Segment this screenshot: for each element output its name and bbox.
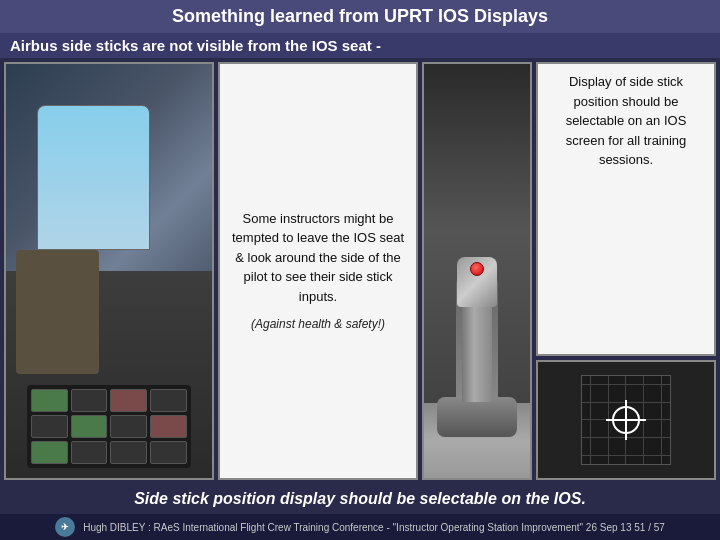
cockpit-window: [37, 105, 150, 250]
subtitle-text: Airbus side sticks are not visible from …: [10, 37, 381, 54]
cockpit-panel: [27, 385, 192, 468]
crosshair-indicator: [612, 406, 640, 434]
panel-item: [71, 441, 108, 464]
stick-top: [457, 257, 497, 307]
panel-item: [31, 389, 68, 412]
slide-subtitle: Airbus side sticks are not visible from …: [0, 33, 720, 58]
cockpit-photo: [4, 62, 214, 480]
panel-item: [110, 389, 147, 412]
slide-title: Something learned from UPRT IOS Displays: [0, 0, 720, 33]
sidestick-photo: [422, 62, 532, 480]
footer-bar: ✈ Hugh DIBLEY : RAeS International Fligh…: [0, 514, 720, 540]
grid-line: [590, 376, 591, 464]
panel-item: [150, 441, 187, 464]
bottom-italic-span: Side stick position display should be se…: [134, 490, 586, 507]
cockpit-image: [6, 64, 212, 478]
ios-display-box: [536, 360, 716, 480]
center-text-box: Some instructors might be tempted to lea…: [218, 62, 418, 480]
panel-item: [150, 389, 187, 412]
right-column: Display of side stick position should be…: [536, 62, 716, 480]
italic-text: (Against health & safety!): [251, 316, 385, 333]
stick-button: [470, 262, 484, 276]
panel-item: [110, 441, 147, 464]
stick-body: [462, 302, 492, 402]
panel-item: [71, 415, 108, 438]
footer-text: Hugh DIBLEY : RAeS International Flight …: [83, 522, 665, 533]
seat-area: [16, 250, 98, 374]
main-text: Some instructors might be tempted to lea…: [228, 209, 408, 307]
grid-line: [661, 376, 662, 464]
right-text-box: Display of side stick position should be…: [536, 62, 716, 356]
footer-icon: ✈: [55, 517, 75, 537]
bottom-italic-text: Side stick position display should be se…: [0, 484, 720, 514]
stick-base: [437, 397, 517, 437]
panel-item: [71, 389, 108, 412]
cockpit-detail: [6, 64, 212, 478]
panel-item: [31, 415, 68, 438]
panel-item: [31, 441, 68, 464]
display-grid: [581, 375, 671, 465]
panel-item: [150, 415, 187, 438]
sidestick-image: [424, 64, 530, 478]
right-text-content: Display of side stick position should be…: [546, 72, 706, 170]
panel-item: [110, 415, 147, 438]
title-text: Something learned from UPRT IOS Displays: [172, 6, 548, 26]
slide: Something learned from UPRT IOS Displays…: [0, 0, 720, 540]
content-area: Some instructors might be tempted to lea…: [0, 58, 720, 484]
